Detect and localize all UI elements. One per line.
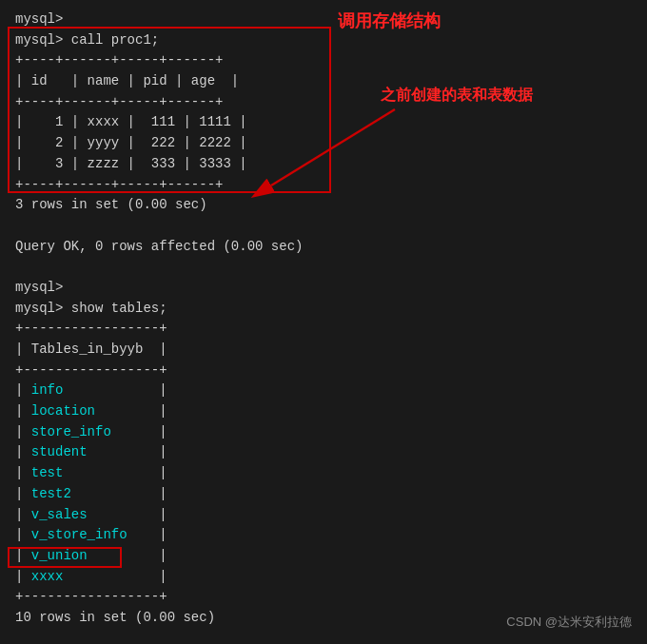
terminal-line-12: Query OK, 0 rows affected (0.00 sec) (15, 237, 632, 258)
terminal-line-2: mysql> call proc1; (15, 30, 632, 51)
terminal-line-22: | student | (15, 442, 632, 463)
terminal-line-17: | Tables_in_byyb | (15, 340, 632, 361)
terminal-line-16: +-----------------+ (15, 319, 632, 340)
terminal-line-7: | 2 | yyyy | 222 | 2222 | (15, 133, 632, 154)
terminal-line-8: | 3 | zzzz | 333 | 3333 | (15, 154, 632, 175)
terminal-line-6: | 1 | xxxx | 111 | 1111 | (15, 112, 632, 133)
terminal-line-28: | xxxx | (15, 567, 632, 588)
terminal-line-15: mysql> show tables; (15, 299, 632, 320)
terminal-line-27: | v_union | (15, 546, 632, 567)
terminal-line-18: +-----------------+ (15, 361, 632, 381)
terminal-line-10: 3 rows in set (0.00 sec) (15, 195, 632, 216)
terminal-line-5: +----+------+-----+------+ (15, 92, 632, 113)
terminal-line-23: | test | (15, 463, 632, 484)
terminal-line-21: | store_info | (15, 422, 632, 443)
terminal-line-14: mysql> (15, 278, 632, 299)
terminal-blank-1 (15, 216, 632, 237)
terminal-blank-2 (15, 257, 632, 278)
terminal-line-29: +-----------------+ (15, 587, 632, 608)
terminal: mysql> mysql> call proc1; +----+------+-… (0, 0, 647, 644)
terminal-line-24: | test2 | (15, 484, 632, 505)
terminal-line-19: | info | (15, 381, 632, 401)
terminal-line-3: +----+------+-----+------+ (15, 50, 632, 71)
annotation-call-proc: 调用存储结构 (338, 10, 441, 32)
terminal-line-26: | v_store_info | (15, 525, 632, 546)
terminal-line-4: | id | name | pid | age | (15, 71, 632, 92)
terminal-line-1: mysql> (15, 10, 632, 30)
terminal-line-9: +----+------+-----+------+ (15, 175, 632, 196)
terminal-line-20: | location | (15, 401, 632, 422)
annotation-table-data: 之前创建的表和表数据 (381, 86, 533, 106)
terminal-line-25: | v_sales | (15, 505, 632, 526)
watermark: CSDN @达米安利拉德 (506, 614, 632, 631)
